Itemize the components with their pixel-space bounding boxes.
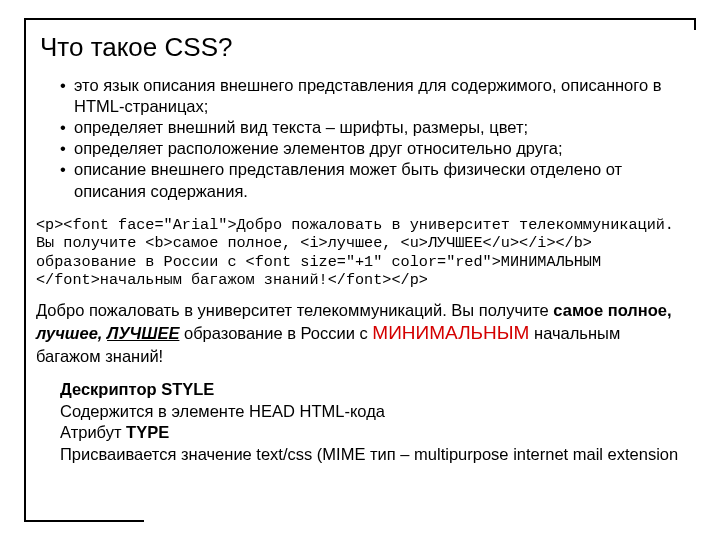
rendered-plain: образование в России с bbox=[179, 324, 372, 342]
bullet-dot-icon: • bbox=[60, 75, 74, 117]
descriptor-text: Атрибут bbox=[60, 423, 126, 441]
slide: Что такое CSS? •это язык описания внешне… bbox=[0, 0, 720, 540]
bullet-item: •определяет расположение элементов друг … bbox=[60, 138, 682, 159]
bullet-item: •определяет внешний вид текста – шрифты,… bbox=[60, 117, 682, 138]
bullet-dot-icon: • bbox=[60, 117, 74, 138]
bullet-text: это язык описания внешнего представления… bbox=[74, 75, 682, 117]
border-bottom-stub bbox=[24, 520, 144, 522]
rendered-red-large: МИНИМАЛЬНЫМ bbox=[372, 322, 529, 343]
page-title: Что такое CSS? bbox=[40, 32, 692, 63]
rendered-bold-italic-underline: ЛУЧШЕЕ bbox=[107, 324, 179, 342]
descriptor-heading: Дескриптор STYLE bbox=[60, 380, 214, 398]
bullet-list: •это язык описания внешнего представлени… bbox=[60, 75, 682, 202]
descriptor-line: Содержится в элементе HEAD HTML-кода bbox=[60, 401, 682, 422]
rendered-plain: Добро пожаловать в университет телекомму… bbox=[36, 301, 553, 319]
descriptor-line: Присваивается значение text/css (MIME ти… bbox=[60, 444, 682, 465]
border-left bbox=[24, 18, 26, 522]
descriptor-line: Атрибут TYPE bbox=[60, 422, 682, 443]
bullet-text: определяет внешний вид текста – шрифты, … bbox=[74, 117, 528, 138]
bullet-item: •описание внешнего представления может б… bbox=[60, 159, 682, 201]
descriptor-block: Дескриптор STYLE Содержится в элементе H… bbox=[60, 379, 682, 465]
rendered-bold-italic: лучшее, bbox=[36, 324, 107, 342]
bullet-text: определяет расположение элементов друг о… bbox=[74, 138, 563, 159]
bullet-text: описание внешнего представления может бы… bbox=[74, 159, 682, 201]
bullet-dot-icon: • bbox=[60, 138, 74, 159]
code-sample: <p><font face="Arial">Добро пожаловать в… bbox=[36, 216, 682, 290]
descriptor-bold: TYPE bbox=[126, 423, 169, 441]
border-top bbox=[24, 18, 696, 20]
bullet-dot-icon: • bbox=[60, 159, 74, 201]
rendered-bold: самое полное, bbox=[553, 301, 671, 319]
border-top-tick bbox=[694, 18, 696, 30]
code-line: <p><font face="Arial">Добро пожаловать в… bbox=[36, 216, 674, 234]
rendered-output: Добро пожаловать в университет телекомму… bbox=[36, 300, 682, 368]
bullet-item: •это язык описания внешнего представлени… bbox=[60, 75, 682, 117]
code-line: Вы получите <b>самое полное, <i>лучшее, … bbox=[36, 234, 592, 252]
code-line: образование в России с <font size="+1" c… bbox=[36, 253, 601, 271]
code-line: </font>начальным багажом знаний!</font><… bbox=[36, 271, 428, 289]
